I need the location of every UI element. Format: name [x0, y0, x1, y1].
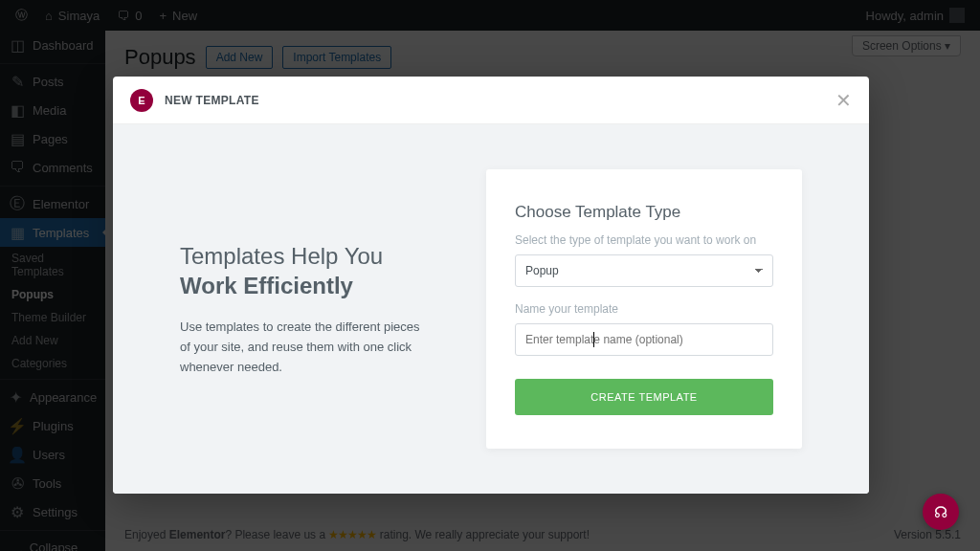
create-template-button[interactable]: CREATE TEMPLATE [515, 379, 773, 415]
modal-title: NEW TEMPLATE [165, 94, 259, 107]
elementor-logo-icon: E [130, 89, 153, 112]
intro-heading: Templates Help You Work Efficiently [180, 241, 429, 300]
modal-title-wrap: E NEW TEMPLATE [130, 89, 259, 112]
modal-header: E NEW TEMPLATE ✕ [113, 77, 869, 124]
help-fab[interactable]: ☊ [923, 494, 959, 530]
template-form: Choose Template Type Select the type of … [486, 169, 802, 449]
headset-icon: ☊ [934, 503, 947, 521]
name-label: Name your template [515, 302, 773, 316]
form-title: Choose Template Type [515, 203, 773, 222]
new-template-modal: E NEW TEMPLATE ✕ Templates Help You Work… [113, 77, 869, 494]
modal-intro: Templates Help You Work Efficiently Use … [180, 241, 429, 378]
modal-body: Templates Help You Work Efficiently Use … [113, 124, 869, 494]
intro-body: Use templates to create the different pi… [180, 318, 429, 377]
template-type-select[interactable]: Popup [515, 254, 773, 287]
type-label: Select the type of template you want to … [515, 233, 773, 247]
template-name-input[interactable] [515, 323, 773, 356]
close-icon[interactable]: ✕ [835, 89, 852, 112]
text-cursor [593, 332, 594, 347]
